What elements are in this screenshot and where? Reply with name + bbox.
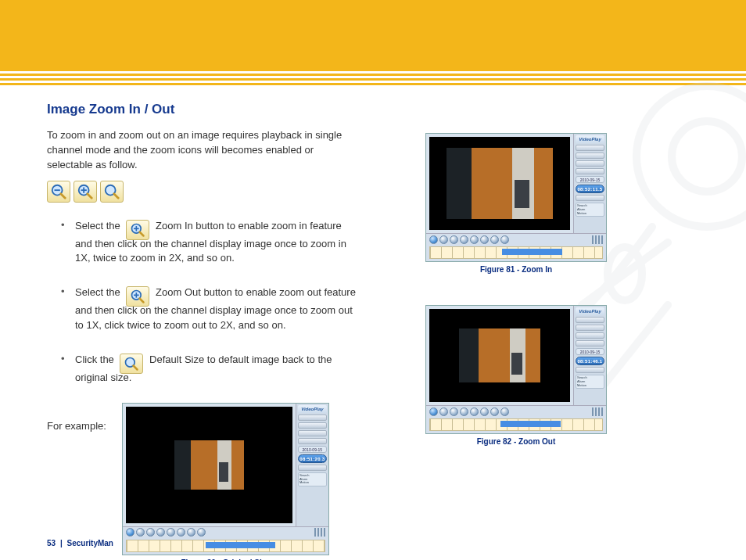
zoom-out-icon xyxy=(47,181,70,203)
transport-icon xyxy=(177,528,185,537)
playback-bar xyxy=(123,526,328,555)
playback-bar xyxy=(426,233,606,261)
side-panel: VideoPlay 2010-09-15 08:52:11.5 Search A… xyxy=(573,134,606,233)
figure-caption: Figure 81 - Zoom In xyxy=(480,265,552,274)
bullet-text: Select the xyxy=(75,220,123,232)
legend: Search Alarm Motion xyxy=(576,375,604,389)
zoom-in-icon xyxy=(126,220,149,240)
brand-name: SecurityMan xyxy=(67,539,113,547)
bullet-text: Select the xyxy=(75,287,123,299)
app-logo: VideoPlay xyxy=(298,405,327,413)
play-icon xyxy=(126,528,134,537)
videoplay-screenshot: VideoPlay 2010-09-15 08:51:46.1 Search A… xyxy=(425,305,607,434)
default-size-icon xyxy=(120,354,143,374)
transport-icon xyxy=(156,528,165,537)
transport-icon xyxy=(197,528,206,537)
side-panel: VideoPlay 2010-09-15 08:51:46.1 Search A… xyxy=(573,306,606,405)
timeline xyxy=(126,540,325,552)
transport-icon xyxy=(187,528,195,537)
playback-bar xyxy=(426,405,606,433)
svg-line-15 xyxy=(140,232,144,235)
example-label: For example: xyxy=(47,403,106,432)
section-heading: Image Zoom In / Out xyxy=(47,102,360,117)
clock-readout: 08:51:20.3 xyxy=(298,454,327,463)
video-stage xyxy=(429,137,570,230)
clock-readout: 08:52:11.5 xyxy=(576,185,604,193)
transport-icon xyxy=(146,528,155,537)
zoom-in-icon xyxy=(74,181,97,203)
timeline xyxy=(429,246,603,259)
svg-line-19 xyxy=(140,299,144,303)
svg-line-5 xyxy=(61,193,66,198)
videoplay-screenshot: VideoPlay 2010-09-15 08:51:20.3 Search A… xyxy=(122,403,329,555)
transport-icon xyxy=(167,528,175,537)
intro-paragraph: To zoom in and zoom out on an image requ… xyxy=(47,128,360,173)
video-stage xyxy=(429,309,570,402)
header-banner xyxy=(0,0,746,69)
page-number: 53 xyxy=(47,539,56,547)
legend: Search Alarm Motion xyxy=(298,472,327,486)
bullet-text: Click the xyxy=(75,354,117,365)
figure-82: VideoPlay 2010-09-15 08:51:46.1 Search A… xyxy=(399,305,633,446)
list-item: Click the Default Size to default image … xyxy=(61,350,360,386)
play-icon xyxy=(429,407,438,416)
videoplay-screenshot: VideoPlay 2010-09-15 08:52:11.5 Search A… xyxy=(425,133,607,262)
svg-line-11 xyxy=(114,193,119,198)
play-icon xyxy=(429,235,438,244)
timeline xyxy=(429,418,603,431)
header-stripes xyxy=(0,69,746,86)
date-display: 2010-09-15 xyxy=(576,348,604,355)
figure-caption: Figure 82 - Zoom Out xyxy=(477,437,556,446)
app-logo: VideoPlay xyxy=(576,135,604,143)
svg-line-9 xyxy=(88,193,92,198)
date-display: 2010-09-15 xyxy=(298,446,327,453)
clock-readout: 08:51:46.1 xyxy=(576,357,604,365)
transport-icon xyxy=(136,528,145,537)
app-logo: VideoPlay xyxy=(576,307,604,315)
list-item: Select the Zoom In button to enable zoom… xyxy=(61,217,360,267)
zoom-out-icon xyxy=(126,286,149,307)
video-stage xyxy=(126,407,292,523)
footer-separator: | xyxy=(60,539,63,547)
legend: Search Alarm Motion xyxy=(576,203,604,217)
list-item: Select the Zoom Out button to enable zoo… xyxy=(61,283,360,333)
date-display: 2010-09-15 xyxy=(576,176,604,183)
default-size-icon xyxy=(100,181,124,203)
page-footer: 53 | SecurityMan xyxy=(47,539,113,547)
side-panel: VideoPlay 2010-09-15 08:51:20.3 Search A… xyxy=(296,404,328,526)
svg-line-21 xyxy=(134,365,138,369)
zoom-icon-row xyxy=(47,181,360,203)
figure-80: VideoPlay 2010-09-15 08:51:20.3 Search A… xyxy=(122,403,329,560)
figure-81: VideoPlay 2010-09-15 08:52:11.5 Search A… xyxy=(399,133,633,274)
instruction-list: Select the Zoom In button to enable zoom… xyxy=(47,217,360,386)
